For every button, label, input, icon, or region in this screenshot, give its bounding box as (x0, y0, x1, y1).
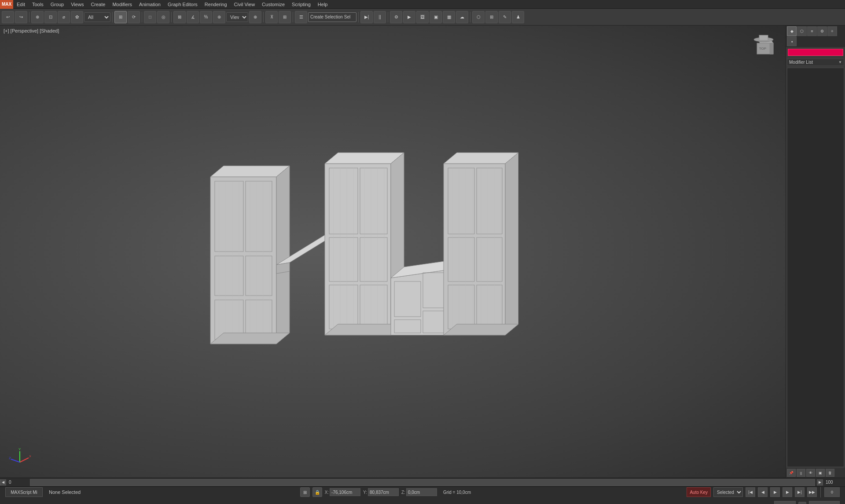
color-swatch[interactable] (788, 49, 843, 56)
svg-line-73 (11, 459, 20, 462)
frame-counter[interactable]: 0 (824, 487, 840, 497)
viewport-icon-2[interactable]: 🔒 (312, 487, 322, 497)
auto-key-button[interactable]: Auto Key (687, 487, 711, 497)
menu-tools[interactable]: Tools (29, 1, 47, 8)
menu-group[interactable]: Group (47, 1, 68, 8)
filter-dropdown[interactable]: All (84, 12, 110, 22)
next-frame-button[interactable]: ▶ (783, 487, 792, 497)
render-modifier-button[interactable]: ▣ (816, 469, 825, 477)
percent-snap-button[interactable]: % (200, 11, 212, 23)
key-filters-button[interactable]: Key Filters... (809, 501, 840, 504)
render-frame-button[interactable]: ▶ (403, 11, 415, 23)
menu-help[interactable]: Help (314, 1, 331, 8)
menu-edit[interactable]: Edit (13, 1, 29, 8)
mirror-button[interactable]: ⊼ (265, 11, 278, 23)
rp-tab-motion[interactable]: ⚙ (817, 26, 827, 36)
select-region-button[interactable]: ⊡ (44, 11, 57, 23)
go-start-button[interactable]: |◀ (746, 487, 755, 497)
select-move-button[interactable]: ⊞ (114, 11, 127, 23)
viewport[interactable]: [+] [Perspective] [Shaded] TOP (0, 26, 786, 478)
svg-text:Z: Z (9, 456, 11, 460)
ref-coord-button[interactable]: ◎ (157, 11, 169, 23)
svg-marker-25 (276, 263, 290, 274)
z-input[interactable] (406, 488, 437, 496)
toolbar-separator-4 (171, 12, 172, 22)
show-in-viewport-button[interactable]: 👁 (806, 469, 815, 477)
menu-create[interactable]: Create (87, 1, 109, 8)
y-input[interactable] (368, 488, 399, 496)
rp-tab-utilities[interactable]: ⬧ (787, 37, 797, 46)
bottom-status-bar: MAXScript Mi None Selected ⊞ 🔒 X: Y: Z: … (0, 486, 845, 504)
menu-customize[interactable]: Customize (258, 1, 288, 8)
layer-manager-button[interactable]: ☰ (295, 11, 307, 23)
set-key-options-button[interactable]: ⚙ (798, 502, 806, 504)
rp-tab-modify[interactable]: ⬡ (797, 26, 807, 36)
modifier-list-area[interactable] (787, 68, 844, 467)
menu-civil-view[interactable]: Civil View (231, 1, 258, 8)
scroll-left-button[interactable]: ◀ (0, 479, 6, 486)
rp-tab-hierarchy[interactable]: ≡ (807, 26, 817, 36)
svg-marker-2 (770, 43, 773, 54)
rp-tab-display2[interactable]: ✧ (827, 26, 837, 36)
align-button[interactable]: ⊞ (279, 11, 291, 23)
timeline-slider[interactable] (30, 479, 815, 486)
set-key-button[interactable]: Set Key (774, 501, 796, 504)
menu-views[interactable]: Views (67, 1, 87, 8)
angle-snap-button[interactable]: ∡ (187, 11, 199, 23)
render-setup-button[interactable]: ⚙ (390, 11, 402, 23)
redo-button[interactable]: ↪ (15, 11, 27, 23)
snap-toggle-button[interactable]: ⊠ (173, 11, 186, 23)
select-tool-button[interactable]: ⊕ (31, 11, 44, 23)
go-end-button[interactable]: ▶| (795, 487, 805, 497)
viewport-icon-1[interactable]: ⊞ (300, 487, 310, 497)
play-button[interactable]: ▶ (770, 487, 780, 497)
material-editor-button[interactable]: ⬡ (472, 11, 485, 23)
undo-button[interactable]: ↩ (2, 11, 14, 23)
keyframe-button[interactable]: || (374, 11, 386, 23)
next-key-button[interactable]: ▶▶ (807, 487, 817, 497)
toolbar-separator-3 (142, 12, 142, 22)
menu-animation[interactable]: Animation (136, 1, 164, 8)
scene-explorer-button[interactable]: ⊞ (485, 11, 498, 23)
modifier-stack-button[interactable]: || (797, 469, 805, 477)
prev-frame-button[interactable]: ◀ (758, 487, 768, 497)
nav-cube[interactable]: TOP (750, 34, 777, 61)
svg-text:TOP: TOP (759, 47, 766, 51)
delete-modifier-button[interactable]: 🗑 (826, 469, 834, 477)
toolbar-separator-8 (388, 12, 388, 22)
use-center-button[interactable]: ⊕ (249, 11, 261, 23)
main-area: [+] [Perspective] [Shaded] TOP (0, 26, 845, 478)
modifier-list-text: Modifier List (789, 60, 838, 65)
menu-rendering[interactable]: Rendering (201, 1, 231, 8)
menu-graph-editors[interactable]: Graph Editors (164, 1, 201, 8)
spinner-snap-button[interactable]: ⊛ (213, 11, 225, 23)
populate-button[interactable]: ♟ (512, 11, 524, 23)
menu-scripting[interactable]: Scripting (288, 1, 314, 8)
selected-dropdown[interactable]: Selected (713, 487, 743, 497)
select-rotate-button[interactable]: ⟳ (128, 11, 140, 23)
rp-tab-display[interactable]: ◆ (787, 26, 797, 36)
object-paint-button[interactable]: ✎ (499, 11, 511, 23)
pin-modifier-button[interactable]: 📌 (787, 469, 796, 477)
svg-marker-68 (444, 324, 518, 335)
render-viewport-button[interactable]: ▣ (430, 11, 442, 23)
create-selection-dropdown[interactable]: Create Selection Sel (308, 12, 356, 22)
named-sel-button[interactable]: ▶| (360, 11, 373, 23)
furniture-model (188, 142, 518, 362)
box-mode-button[interactable]: □ (144, 11, 156, 23)
menu-bar: MAX Edit Tools Group Views Create Modifi… (0, 0, 845, 9)
env-effects-button[interactable]: ☁ (456, 11, 468, 23)
scroll-right-button[interactable]: ▶ (817, 479, 823, 486)
svg-marker-23 (210, 333, 290, 344)
x-input[interactable] (330, 488, 360, 496)
menu-modifiers[interactable]: Modifiers (109, 1, 136, 8)
z-label: Z: (401, 490, 405, 495)
lasso-button[interactable]: ⌀ (58, 11, 70, 23)
y-label: Y: (363, 490, 367, 495)
view-dropdown[interactable]: View (226, 12, 248, 22)
render-prod-button[interactable]: 🖼 (416, 11, 429, 23)
quick-render-button[interactable]: ▦ (443, 11, 455, 23)
maxscript-button[interactable]: MAXScript Mi (5, 487, 43, 497)
modifier-list-arrow[interactable]: ▼ (838, 60, 842, 64)
paint-select-button[interactable]: ✿ (71, 11, 83, 23)
